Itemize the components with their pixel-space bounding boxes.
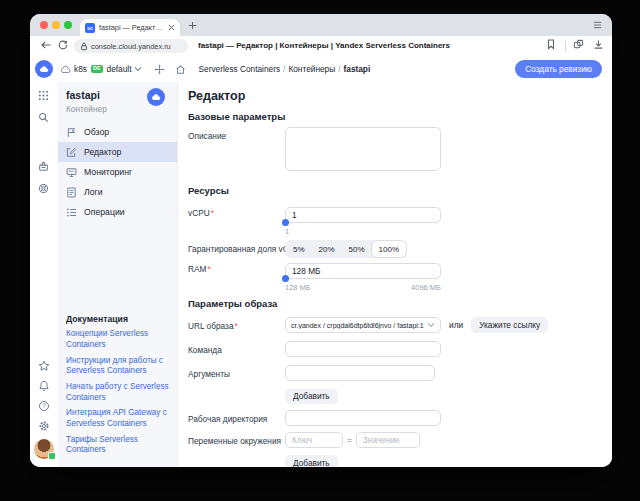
ram-max-label: 4096 МБ — [411, 283, 441, 292]
notifications-bell-icon[interactable] — [38, 380, 50, 392]
specify-link-button[interactable]: Укажите ссылку — [471, 317, 548, 333]
url-text: console.cloud.yandex.ru — [91, 42, 171, 51]
billing-icon[interactable] — [38, 161, 49, 172]
breadcrumb-serverless-containers[interactable]: Serverless Containers — [198, 64, 280, 74]
args-input[interactable] — [285, 365, 435, 381]
console-header: k8s DE default Serverless Containers/Кон… — [30, 56, 612, 83]
sidebar-item-monitoring[interactable]: Мониторинг — [58, 162, 177, 182]
doc-link-api-gateway[interactable]: Интеграция API Gateway с Serverless Cont… — [66, 408, 171, 429]
documentation-block: Документация Концепции Serverless Contai… — [66, 314, 171, 461]
sidebar-item-logs[interactable]: Логи — [58, 182, 177, 202]
sidebar-item-label: Операции — [84, 207, 125, 217]
breadcrumb-containers[interactable]: Контейнеры — [288, 64, 335, 74]
sidebar-item-label: Обзор — [84, 127, 109, 137]
workdir-input[interactable] — [285, 410, 441, 426]
browser-window: sc fastapi — Редактор | К console.cloud.… — [30, 14, 612, 467]
container-sidebar: fastapi Контейнер Обзор Редактор — [58, 82, 178, 467]
url-field[interactable]: console.cloud.yandex.ru — [74, 39, 188, 53]
bookmark-icon[interactable] — [546, 39, 556, 50]
basic-params-header: Базовые параметры — [188, 111, 612, 122]
vcpu-share-option-50[interactable]: 50% — [342, 241, 372, 257]
add-args-button[interactable]: Добавить — [285, 389, 338, 404]
sidebar-item-overview[interactable]: Обзор — [58, 122, 177, 142]
sidebar-item-label: Редактор — [84, 147, 121, 157]
back-icon[interactable] — [40, 39, 52, 51]
yandex-cloud-logo[interactable] — [35, 60, 53, 78]
doc-link-get-started[interactable]: Начать работу с Serverless Containers — [66, 382, 171, 403]
services-switcher-icon[interactable] — [154, 64, 165, 75]
vcpu-slider-handle[interactable] — [282, 219, 289, 226]
avatar-status-badge — [48, 452, 56, 460]
vcpu-share-segmented-control: 5% 20% 50% 100% — [285, 240, 407, 258]
cloud-icon — [60, 65, 71, 74]
tab-favicon: sc — [85, 23, 95, 33]
flag-icon — [66, 127, 77, 138]
ram-input[interactable] — [285, 263, 441, 279]
vcpu-input[interactable] — [285, 207, 441, 223]
description-textarea[interactable] — [285, 127, 441, 171]
close-window-button[interactable] — [40, 21, 48, 29]
sidebar-item-operations[interactable]: Операции — [58, 202, 177, 222]
logs-icon — [66, 187, 77, 198]
browser-menu-icon[interactable] — [593, 21, 602, 29]
favorites-star-icon[interactable] — [38, 360, 50, 372]
doc-link-instructions[interactable]: Инструкции для работы с Serverless Conta… — [66, 356, 171, 377]
env-equals-sign: = — [347, 435, 352, 445]
new-tab-icon[interactable] — [188, 21, 197, 30]
image-url-value: cr.yandex / crpgdal6dtp6tdl6jnvo / fasta… — [291, 322, 427, 329]
command-input[interactable] — [285, 341, 441, 357]
cloud-switcher[interactable]: k8s DE default — [60, 64, 142, 74]
extensions-icon[interactable] — [573, 39, 584, 50]
create-revision-button[interactable]: Создать ревизию — [515, 60, 602, 78]
zoom-window-button[interactable] — [64, 21, 72, 29]
support-lifebuoy-icon[interactable] — [38, 183, 49, 194]
download-icon[interactable] — [593, 39, 604, 50]
sidebar-item-label: Мониторинг — [84, 167, 132, 177]
reload-icon[interactable] — [57, 39, 69, 51]
browser-tab[interactable]: sc fastapi — Редактор | К — [80, 19, 180, 36]
home-icon[interactable] — [175, 64, 186, 75]
description-label: Описание — [188, 127, 285, 171]
env-label: Переменные окружения — [188, 432, 285, 448]
breadcrumb-fastapi: fastapi — [344, 64, 371, 74]
add-env-button[interactable]: Добавить — [285, 455, 338, 467]
container-name: fastapi — [66, 89, 100, 101]
ram-min-label: 128 МБ — [285, 283, 311, 292]
doc-link-pricing[interactable]: Тарифы Serverless Containers — [66, 435, 171, 456]
tab-strip: sc fastapi — Редактор | К — [30, 14, 612, 36]
vcpu-share-option-100[interactable]: 100% — [372, 241, 406, 257]
image-params-header: Параметры образа — [188, 298, 612, 309]
search-icon[interactable] — [38, 112, 49, 123]
container-avatar-icon — [147, 88, 165, 106]
chevron-down-icon — [427, 322, 435, 328]
user-avatar[interactable] — [34, 439, 54, 459]
image-url-label: URL образа* — [188, 317, 285, 333]
toolbar-divider — [565, 41, 566, 52]
settings-gear-icon[interactable] — [38, 420, 50, 432]
or-text: или — [449, 320, 463, 330]
sidebar-item-label: Логи — [84, 187, 103, 197]
ram-slider-handle[interactable] — [282, 275, 289, 282]
env-key-input[interactable] — [285, 432, 343, 448]
chevron-down-icon — [134, 66, 142, 72]
vcpu-share-option-5[interactable]: 5% — [286, 241, 312, 257]
lock-icon — [80, 42, 88, 51]
container-type-label: Контейнер — [66, 104, 107, 114]
vcpu-share-option-20[interactable]: 20% — [312, 241, 342, 257]
sidebar-item-editor[interactable]: Редактор — [58, 142, 177, 162]
ram-label: RAM* — [188, 260, 285, 292]
editor-content: Редактор Базовые параметры Описание Ресу… — [178, 82, 612, 467]
minimize-window-button[interactable] — [52, 21, 60, 29]
env-value-input[interactable] — [356, 432, 420, 448]
image-url-select[interactable]: cr.yandex / crpgdal6dtp6tdl6jnvo / fasta… — [285, 317, 441, 333]
monitoring-icon — [66, 167, 77, 178]
vcpu-share-label: Гарантированная доля vCPU* — [188, 240, 285, 258]
cloud-name: k8s — [74, 64, 87, 74]
catalog-grid-icon[interactable] — [38, 90, 49, 101]
breadcrumb: Serverless Containers/Контейнеры/fastapi — [198, 64, 370, 74]
doc-link-concepts[interactable]: Концепции Serverless Containers — [66, 329, 171, 350]
documentation-title: Документация — [66, 314, 171, 324]
workdir-label: Рабочая директория — [188, 410, 285, 426]
help-icon[interactable]: ? — [38, 400, 50, 412]
tab-close-icon[interactable] — [168, 24, 175, 31]
